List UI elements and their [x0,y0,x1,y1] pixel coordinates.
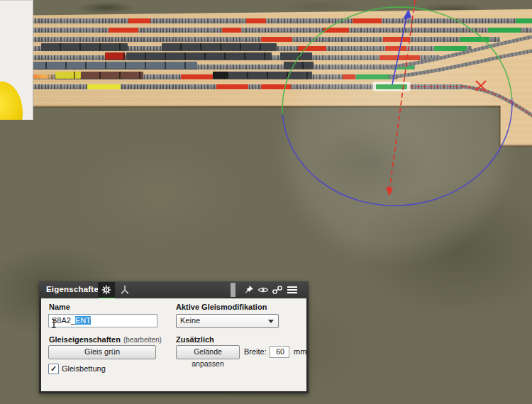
track-overlay-red [246,18,266,23]
adjust-terrain-button[interactable]: Gelände anpassen [176,345,240,359]
train-locoyellow [55,72,81,79]
track-overlay-yellow [87,84,121,89]
track-overlay-red [216,84,248,89]
track-overlay-green [460,37,489,42]
track-overlay-green [394,64,414,69]
track[interactable] [0,18,532,23]
chevron-down-icon [268,320,274,323]
yellow-model-object [0,82,23,120]
train-locoblack [213,72,228,79]
edit-link[interactable]: (bearbeiten) [123,336,162,344]
pin-icon[interactable] [243,285,255,295]
modification-value: Keine [180,316,200,325]
panel-title: Eigenschaften [46,285,104,293]
train-train [162,43,277,50]
panel-titlebar[interactable]: Eigenschaften [39,281,309,298]
train-train [284,62,314,69]
track-overlay-red [181,74,213,79]
gear-icon [101,285,111,295]
width-unit-label: mm [294,347,306,356]
track-rows[interactable] [0,0,532,163]
track-overlay-red [109,28,138,33]
track-overlay-red [261,84,291,89]
name-label: Name [49,303,70,311]
track-overlay-red [298,46,326,51]
train-train [280,52,312,60]
properties-panel[interactable]: Eigenschaften [39,281,309,393]
track-properties-label: Gleiseigenschaften [49,335,121,344]
train-train [41,43,128,50]
panel-content: Name S8A2_ENT Aktive Gleismodifikation K… [41,298,306,391]
name-input[interactable]: S8A2_ENT [48,314,157,327]
track[interactable] [0,28,532,33]
coupling-icon [120,285,130,295]
track-overlay-red [379,55,420,60]
track-overlay-red [385,46,406,51]
additional-label: Zusätzlich [176,335,214,344]
train-train [228,72,312,79]
track-overlay-green [488,28,521,33]
track-overlay-red [222,28,241,33]
link-icon[interactable] [272,285,283,295]
train-trainmix [7,62,197,69]
train-train [126,52,272,60]
bedding-checkbox[interactable]: ✓ [48,364,59,374]
track-overlay-red [261,37,292,42]
panel-drag-handle[interactable] [231,283,235,297]
track-color-button[interactable]: Gleis grün [48,345,156,359]
side-preview-window[interactable] [0,0,33,120]
tab-properties[interactable] [98,282,115,300]
track-overlay-green [434,46,467,51]
track-overlay-green [516,18,532,23]
train-trainbrown [81,72,143,79]
menu-icon[interactable] [287,285,298,295]
track-overlay-red [383,37,410,42]
track-overlay-red [128,18,150,23]
eye-icon[interactable] [257,285,269,295]
track-overlay-green [376,84,407,89]
train-locored [105,52,125,60]
track-overlay-red [343,74,355,79]
track-overlay-red [353,18,382,23]
track-overlay-green [356,74,392,79]
tab-coupling[interactable] [116,282,133,298]
name-value-selected: ENT [75,316,91,325]
bedding-label: Gleisbettung [62,364,106,373]
gizmo-red-axis-arrow [386,187,393,196]
width-label: Breite: [244,347,267,356]
modification-label: Aktive Gleismodifikation [176,303,267,311]
width-input[interactable]: 60 [270,346,289,358]
modification-dropdown[interactable]: Keine [176,314,279,328]
ibeam-cursor [50,318,57,329]
track[interactable] [0,37,500,42]
app-viewport[interactable]: { "panel": { "title": "Eigenschaften", "… [0,0,532,404]
track-overlay-red [323,28,349,33]
